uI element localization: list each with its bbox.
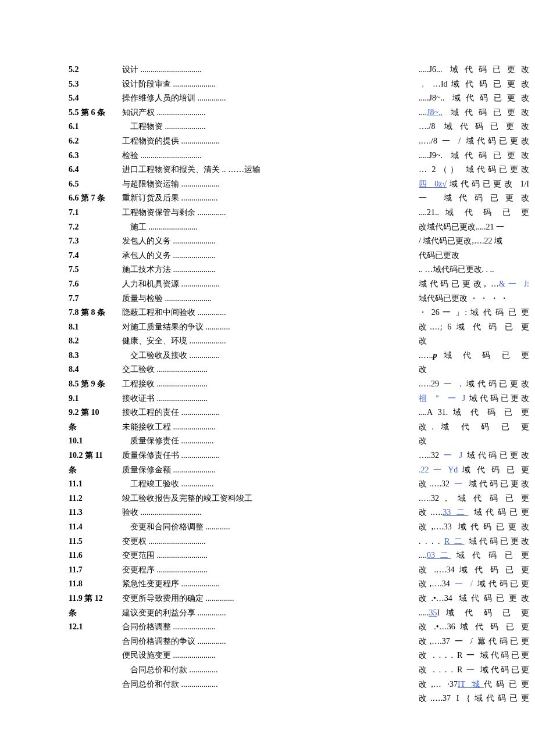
toc-leader-dots: ......................... bbox=[157, 394, 208, 403]
toc-title: 质量保修金额 bbox=[122, 465, 173, 474]
toc-leader-dots: ................... bbox=[181, 579, 220, 588]
toc-title: 工程接收 bbox=[122, 379, 157, 388]
toc-entry: 知识产权 ........................ bbox=[122, 106, 273, 120]
toc-title: 检验 bbox=[122, 151, 141, 160]
toc-leader-dots: .............. bbox=[198, 637, 226, 646]
toc-leader-dots: .............................. bbox=[141, 508, 202, 517]
toc-title: 施工 bbox=[130, 223, 149, 231]
toc-title: 与超限物资运输 bbox=[122, 180, 181, 188]
field-code-changed-note: .22 一 Yd 域 代 码 已 更 bbox=[419, 463, 529, 478]
toc-leader-dots: .................. bbox=[181, 680, 218, 689]
field-code-changed-note: ,…./8 一 / 域代码已更改 bbox=[419, 134, 529, 149]
toc-leader-dots: ..................... bbox=[173, 80, 216, 88]
field-code-changed-note: 改 bbox=[419, 434, 529, 449]
toc-leader-dots: ..................... bbox=[173, 465, 216, 474]
toc-title: 变更和合同价格调整 bbox=[130, 522, 206, 531]
field-code-changed-note: .. …域代码已更改. . .. bbox=[419, 263, 529, 277]
toc-leader-dots: .................. bbox=[190, 336, 226, 345]
toc-number: 11.3 bbox=[69, 506, 122, 520]
toc-title: 质量保修责任 bbox=[130, 436, 181, 445]
toc-number: 11.5 bbox=[69, 535, 122, 549]
toc-entry: 进口工程物资和报关、清关 .. ……运输 bbox=[122, 163, 273, 177]
toc-number: 11.4 bbox=[69, 520, 122, 535]
field-code-changed-note: 一 域代码已更改 bbox=[419, 191, 529, 206]
toc-number: 6.6 第 7 条 bbox=[69, 191, 122, 206]
toc-number: 8.1 bbox=[69, 320, 122, 335]
toc-leader-dots: ............ bbox=[206, 522, 230, 531]
toc-title: 接收证书 bbox=[122, 394, 157, 403]
toc-entry: 变更程序 ......................... bbox=[122, 563, 273, 578]
toc-leader-dots: ................ bbox=[181, 436, 214, 445]
toc-title: 验收 bbox=[122, 508, 141, 517]
field-code-changed-note: ・ 26 一 」: 域 代 码 已 更 bbox=[419, 306, 529, 320]
toc-entry: 工程物资 .................... bbox=[122, 120, 273, 134]
toc-title: 施工技术方法 bbox=[122, 265, 173, 274]
toc-entry: 人力和机具资源 ................... bbox=[122, 277, 273, 292]
toc-number: 8.4 bbox=[69, 363, 122, 377]
field-code-changed-note: …..32 一 J 域代码已更改 bbox=[419, 449, 529, 463]
toc-entry: 重新订货及后果 .................. bbox=[122, 191, 273, 206]
field-code-changed-note: .....J6... 域代码已更改 bbox=[419, 63, 529, 77]
toc-leader-dots: .................. bbox=[181, 194, 218, 202]
toc-entry: 工程物资保管与剩余 .............. bbox=[122, 206, 273, 220]
toc-number: 5.3 bbox=[69, 77, 122, 92]
right-comments-column: .....J6... 域代码已更改， …Id 域 代 码 已 更 改.....J… bbox=[419, 63, 529, 706]
toc-number: 8.5 第 9 条 bbox=[69, 377, 122, 392]
toc-entry: 发包人的义务 ..................... bbox=[122, 234, 273, 249]
field-code-changed-note: 改 . . . . R 一 域代码已更 bbox=[419, 663, 529, 678]
field-code-changed-note: 改,… ·37IT 城代码已更 bbox=[419, 678, 529, 692]
toc-entry: 质量与检验 ....................... bbox=[122, 292, 273, 306]
toc-number: 11.7 bbox=[69, 563, 122, 578]
toc-entry: 交工验收 ......................... bbox=[122, 363, 273, 377]
toc-entry: 变更所导致费用的确定 .............. bbox=[122, 592, 273, 606]
toc-number: 8.3 bbox=[69, 349, 122, 363]
field-code-changed-note: …./8 域代码已更改 bbox=[419, 120, 529, 134]
toc-entry: 交工验收及接收 ............... bbox=[122, 349, 273, 363]
toc-leader-dots: .............. bbox=[198, 208, 226, 217]
toc-entry: 变更权 ............................ bbox=[122, 535, 273, 549]
toc-leader-dots: ......................... bbox=[157, 365, 208, 374]
toc-title: 设计阶段审查 bbox=[122, 80, 173, 88]
toc-number: 6.5 bbox=[69, 177, 122, 192]
toc-title: 进口工程物资和报关、清关 .. ……运输 bbox=[122, 165, 261, 174]
toc-leader-dots: ................... bbox=[181, 137, 220, 145]
toc-title: 便民设施变更 bbox=[122, 651, 173, 660]
toc-leader-dots: .............. bbox=[198, 94, 226, 102]
field-code-changed-note: 改.…; 6 域 代 码 已 更 bbox=[419, 320, 529, 335]
toc-entry: 设计 .............................. bbox=[122, 63, 273, 77]
toc-number: 10.2 第 11 bbox=[69, 449, 122, 463]
field-code-changed-note: .…..p 域 代 码 已 更 bbox=[419, 349, 529, 363]
toc-title: 合同价格调整的争议 bbox=[122, 637, 198, 646]
toc-entry: 工程物资的提供 ................... bbox=[122, 134, 273, 149]
toc-title: 设计 bbox=[122, 65, 141, 74]
toc-title: 工程物资 bbox=[130, 122, 165, 131]
field-code-changed-note: 改 . . . . R 一 域代码已更 bbox=[419, 648, 529, 663]
field-code-changed-note: .….29 一 , 域代码已更改 bbox=[419, 377, 529, 392]
toc-entry: 设计阶段审查 ..................... bbox=[122, 77, 273, 92]
toc-entry: 变更范围 ......................... bbox=[122, 549, 273, 563]
toc-number: 7.3 bbox=[69, 234, 122, 249]
toc-leader-dots: ............ bbox=[206, 323, 230, 331]
toc-leader-dots: ........................ bbox=[149, 223, 198, 231]
document-page: 5.25.35.45.5 第 6 条6.16.26.36.46.56.6 第 7… bbox=[0, 0, 535, 691]
toc-title: 工程竣工验收 bbox=[130, 479, 181, 488]
field-code-changed-note: 四 0z√域代码已更改 1/I bbox=[419, 177, 529, 192]
toc-entry: 承包人的义务 ..................... bbox=[122, 249, 273, 263]
toc-entry: 质量保修责任 ................ bbox=[122, 434, 273, 449]
toc-number: 6.1 bbox=[69, 120, 122, 134]
toc-leader-dots: ................... bbox=[181, 180, 220, 188]
toc-title: 发包人的义务 bbox=[122, 237, 173, 245]
toc-title: 建议变更的利益分享 bbox=[122, 608, 198, 617]
field-code-changed-note: ....21.. 域 代 码 已 更 bbox=[419, 206, 529, 220]
toc-title: 紧急性变更程序 bbox=[122, 579, 181, 588]
toc-title: 工程物资保管与剩余 bbox=[122, 208, 198, 217]
toc-entry: 接收工程的责任 ................... bbox=[122, 406, 273, 420]
toc-number: 5.5 第 6 条 bbox=[69, 106, 122, 120]
field-code-changed-note: ， …Id 域 代 码 已 更 改 bbox=[419, 77, 529, 92]
field-code-changed-note: … 2（） 域代码已更改 bbox=[419, 163, 529, 177]
toc-title: 竣工验收报告及完整的竣工资料竣工 bbox=[122, 494, 252, 503]
toc-leader-dots: ................... bbox=[181, 408, 220, 417]
toc-leader-dots: ..................... bbox=[173, 265, 216, 274]
toc-title: 合同总价和付款 bbox=[122, 680, 181, 689]
toc-leader-dots: ..................... bbox=[173, 237, 216, 245]
